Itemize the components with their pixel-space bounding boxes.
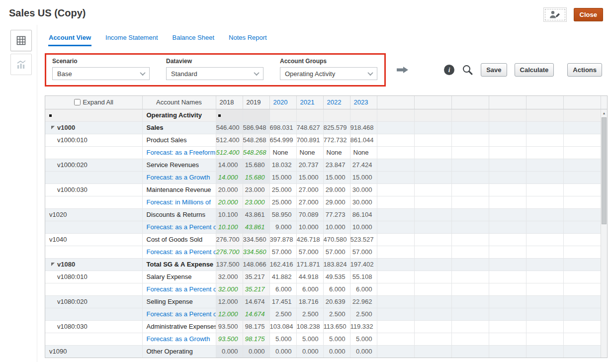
value-cell[interactable]: 6.000	[269, 283, 296, 295]
value-cell[interactable]: 148.066	[243, 258, 269, 271]
value-cell[interactable]: 57.000	[296, 246, 323, 258]
scenario-dropdown[interactable]: Base	[52, 67, 150, 80]
value-cell[interactable]: 14.674	[243, 308, 269, 320]
value-cell[interactable]: 32.000	[216, 283, 243, 295]
value-cell[interactable]: 29.000	[323, 196, 350, 208]
value-cell[interactable]: 14.674	[243, 295, 269, 308]
value-cell[interactable]: 10.100	[216, 208, 243, 221]
value-cell[interactable]	[296, 109, 323, 121]
forecast-method-link[interactable]: Forecast: in Millions of	[142, 196, 216, 208]
value-cell[interactable]: 43.861	[243, 221, 269, 233]
value-cell[interactable]: 49.535	[323, 271, 350, 283]
value-cell[interactable]: 548.268	[243, 146, 269, 159]
save-button[interactable]: Save	[481, 63, 507, 77]
value-cell[interactable]: 825.579	[323, 121, 350, 134]
value-cell[interactable]: 12.000	[216, 308, 243, 320]
value-cell[interactable]: 30.000	[350, 183, 377, 196]
vertical-scrollbar[interactable]: ▲	[601, 109, 607, 358]
tab-balance-sheet[interactable]: Balance Sheet	[172, 32, 215, 46]
forecast-method-link[interactable]: Forecast: as a Growth	[142, 171, 216, 183]
value-cell[interactable]	[323, 109, 350, 121]
actions-button[interactable]: Actions	[567, 63, 602, 77]
year-header-2022[interactable]: 2022	[323, 96, 350, 109]
value-cell[interactable]: 137.500	[216, 258, 243, 271]
expand-all-checkbox[interactable]	[74, 99, 81, 105]
value-cell[interactable]: 41.882	[269, 271, 296, 283]
go-arrow-button[interactable]	[397, 66, 409, 74]
value-cell[interactable]: 17.451	[269, 295, 296, 308]
value-cell[interactable]: 18.032	[269, 159, 296, 171]
chart-view-button[interactable]	[10, 54, 32, 75]
value-cell[interactable]: 44.918	[296, 271, 323, 283]
forecast-method-link[interactable]: Forecast: as a Percent of	[142, 221, 216, 233]
value-cell[interactable]: 15.000	[350, 171, 377, 183]
value-cell[interactable]: 27.000	[296, 183, 323, 196]
value-cell[interactable]: 162.416	[269, 258, 296, 271]
value-cell[interactable]: 698.031	[269, 121, 296, 134]
value-cell[interactable]: 512.400	[216, 146, 243, 159]
value-cell[interactable]: 276.700	[216, 233, 243, 246]
year-header-2023[interactable]: 2023	[350, 96, 377, 109]
value-cell[interactable]: 0.000	[323, 345, 350, 358]
close-button[interactable]: Close	[574, 8, 603, 21]
value-cell[interactable]: 6.000	[350, 283, 377, 295]
grid-view-button[interactable]	[10, 30, 32, 51]
value-cell[interactable]: 35.217	[243, 271, 269, 283]
value-cell[interactable]: 0.000	[216, 345, 243, 358]
value-cell[interactable]: 5.000	[323, 333, 350, 345]
value-cell[interactable]: 183.824	[323, 258, 350, 271]
value-cell[interactable]: 98.175	[243, 320, 269, 333]
value-cell[interactable]: 15.000	[269, 171, 296, 183]
value-cell[interactable]: 25.000	[269, 196, 296, 208]
search-icon[interactable]	[462, 64, 473, 76]
dataview-dropdown[interactable]: Standard	[166, 67, 263, 80]
value-cell[interactable]: None	[350, 146, 377, 159]
value-cell[interactable]: 15.680	[243, 159, 269, 171]
value-cell[interactable]: 772.732	[323, 134, 350, 146]
value-cell[interactable]: 546.400	[216, 121, 243, 134]
value-cell[interactable]: 748.627	[296, 121, 323, 134]
forecast-method-link[interactable]: Forecast: as a Percent of	[142, 283, 216, 295]
value-cell[interactable]: 29.000	[323, 183, 350, 196]
value-cell[interactable]: 20.737	[296, 159, 323, 171]
info-icon[interactable]: i	[444, 65, 454, 75]
value-cell[interactable]: 2.500	[323, 308, 350, 320]
value-cell[interactable]: 93.500	[216, 320, 243, 333]
account-groups-dropdown[interactable]: Operating Activity	[280, 67, 377, 80]
value-cell[interactable]: 2.500	[269, 308, 296, 320]
value-cell[interactable]: 27.424	[350, 159, 377, 171]
value-cell[interactable]: None	[323, 146, 350, 159]
value-cell[interactable]: 77.273	[323, 208, 350, 221]
value-cell[interactable]: 57.000	[269, 246, 296, 258]
value-cell[interactable]: 6.000	[323, 283, 350, 295]
value-cell[interactable]: 20.000	[216, 196, 243, 208]
value-cell[interactable]	[243, 109, 269, 121]
value-cell[interactable]: 32.000	[216, 271, 243, 283]
value-cell[interactable]: 0.000	[243, 345, 269, 358]
value-cell[interactable]: 14.000	[216, 171, 243, 183]
value-cell[interactable]: 861.044	[350, 134, 377, 146]
value-cell[interactable]: 171.871	[296, 258, 323, 271]
value-cell[interactable]: 548.268	[243, 134, 269, 146]
value-cell[interactable]: 397.878	[269, 233, 296, 246]
value-cell[interactable]: 10.100	[216, 221, 243, 233]
tab-account-view[interactable]: Account View	[48, 32, 91, 46]
value-cell[interactable]: 27.000	[296, 196, 323, 208]
value-cell[interactable]: 20.639	[323, 295, 350, 308]
value-cell[interactable]: 15.680	[243, 171, 269, 183]
value-cell[interactable]: 35.217	[243, 283, 269, 295]
value-cell[interactable]: None	[296, 146, 323, 159]
value-cell[interactable]: 30.000	[350, 196, 377, 208]
value-cell[interactable]: 70.089	[296, 208, 323, 221]
value-cell[interactable]: 9.000	[269, 221, 296, 233]
value-cell[interactable]: 119.332	[350, 320, 377, 333]
value-cell[interactable]	[216, 109, 243, 121]
value-cell[interactable]: 108.238	[296, 320, 323, 333]
value-cell[interactable]: 14.000	[216, 159, 243, 171]
value-cell[interactable]: 523.527	[350, 233, 377, 246]
value-cell[interactable]: 512.400	[216, 134, 243, 146]
value-cell[interactable]: 334.560	[243, 233, 269, 246]
forecast-method-link[interactable]: Forecast: as a Freeform:	[142, 146, 216, 159]
value-cell[interactable]: 23.000	[243, 196, 269, 208]
value-cell[interactable]: 5.000	[269, 333, 296, 345]
